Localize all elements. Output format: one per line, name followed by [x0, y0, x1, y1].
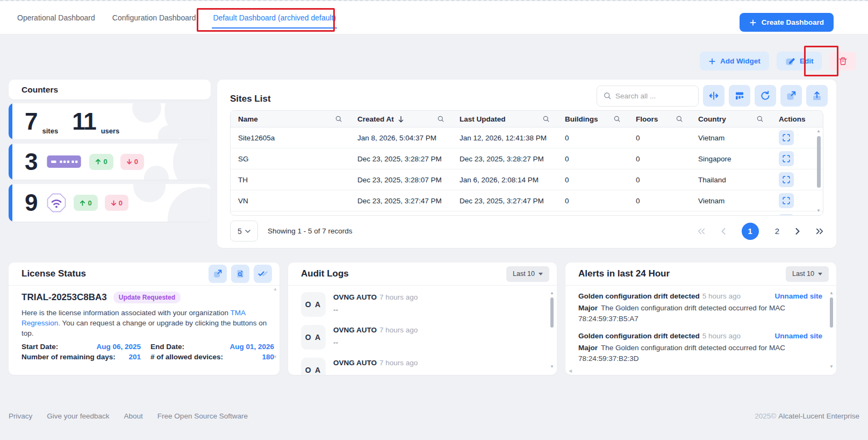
license-open-button[interactable]	[209, 265, 227, 283]
search-icon[interactable]	[756, 115, 764, 123]
edit-button[interactable]: Edit	[777, 52, 822, 70]
footer-link-privacy[interactable]: Privacy	[9, 412, 32, 420]
search-icon[interactable]	[335, 115, 342, 123]
list-item[interactable]: Golden configuration drift detected 5 ho…	[578, 292, 822, 324]
column-header-name[interactable]: Name	[231, 115, 350, 123]
scroll-down-icon[interactable]: ▼	[550, 364, 554, 370]
decor-circle	[158, 125, 180, 139]
column-header-country[interactable]: Country	[691, 115, 771, 123]
expand-site-button[interactable]	[779, 214, 794, 216]
column-header-last-updated[interactable]: Last Updated	[452, 115, 557, 123]
scroll-down-icon[interactable]: ▼	[273, 354, 277, 359]
scroll-down-icon[interactable]: ▼	[816, 208, 821, 214]
search-icon	[603, 91, 612, 100]
table-row[interactable]: VN Dec 23, 2025, 3:27:47 PM Dec 23, 2025…	[231, 190, 823, 211]
arrow-down-icon	[111, 200, 117, 206]
search-icon[interactable]	[542, 115, 550, 123]
audit-detail: --	[333, 371, 418, 375]
list-item[interactable]: O A OVNG AUTO7 hours ago --	[301, 358, 545, 375]
cell-name: TH	[231, 176, 350, 184]
scroll-left-icon[interactable]: ◀	[569, 368, 572, 373]
alerts-vertical-scrollbar[interactable]: ▲ ▼	[829, 290, 834, 370]
cell-last-updated: Jan 6, 2026, 2:08:14 PM	[452, 176, 557, 184]
tab-operational-dashboard[interactable]: Operational Dashboard	[9, 1, 104, 34]
open-external-button[interactable]	[780, 85, 802, 107]
expand-site-button[interactable]	[779, 130, 794, 145]
scroll-down-icon[interactable]: ▼	[829, 364, 834, 370]
license-stats: Start Date:Aug 06, 2025 End Date:Aug 01,…	[21, 343, 267, 361]
license-review-button[interactable]	[231, 265, 249, 283]
column-header-buildings[interactable]: Buildings	[557, 115, 628, 123]
table-row[interactable]: TH Dec 23, 2025, 3:28:07 PM Jan 6, 2026,…	[231, 169, 823, 190]
sites-list-title: Sites List	[230, 94, 271, 104]
search-icon[interactable]	[437, 115, 444, 123]
alerts-filter-dropdown[interactable]: Last 10	[786, 266, 829, 282]
scroll-up-icon[interactable]: ▲	[273, 287, 277, 292]
tab-default-dashboard[interactable]: Default Dashboard (archived default)	[204, 1, 345, 34]
page-size-select[interactable]: 5	[230, 221, 258, 242]
table-row-partial[interactable]	[231, 211, 823, 216]
previous-page-button[interactable]	[721, 228, 726, 235]
audit-filter-dropdown[interactable]: Last 10	[506, 266, 549, 282]
create-dashboard-button[interactable]: Create Dashboard	[740, 13, 834, 32]
counter-card-switches[interactable]: 3 0 0	[9, 144, 211, 180]
alert-time: 5 hours ago	[702, 292, 741, 300]
caret-down-icon	[818, 273, 822, 275]
table-row[interactable]: SG Dec 23, 2025, 3:28:27 PM Dec 23, 2025…	[231, 148, 823, 169]
expand-site-button[interactable]	[779, 151, 794, 166]
footer-link-foss[interactable]: Free Open Source Software	[157, 412, 248, 420]
footer-link-about[interactable]: About	[124, 412, 143, 420]
alert-site-link[interactable]: Unnamed site	[774, 292, 822, 300]
table-row[interactable]: Site12605a Jan 8, 2026, 5:04:37 PM Jan 1…	[231, 127, 823, 148]
expand-site-button[interactable]	[779, 172, 794, 187]
audit-vertical-scrollbar[interactable]: ▲ ▼	[550, 290, 554, 370]
search-icon[interactable]	[613, 115, 621, 123]
scroll-up-icon[interactable]: ▲	[816, 129, 821, 134]
alerts-title: Alerts in last 24 Hour	[578, 268, 670, 279]
decor-circle	[133, 184, 166, 202]
wifi-ap-icon	[46, 192, 67, 214]
list-item[interactable]: Golden configuration drift detected 5 ho…	[578, 332, 822, 364]
next-page-button[interactable]	[795, 228, 800, 235]
fit-columns-button[interactable]	[703, 85, 724, 107]
list-item[interactable]: O A OVNG AUTO7 hours ago --	[301, 292, 545, 317]
export-button[interactable]	[806, 85, 828, 107]
cell-last-updated: Dec 23, 2025, 3:28:27 PM	[452, 155, 557, 163]
page-2-button[interactable]: 2	[775, 226, 779, 236]
pencil-icon	[785, 56, 795, 66]
refresh-button[interactable]	[755, 85, 776, 107]
sites-search-input[interactable]	[615, 92, 692, 100]
delete-dashboard-button[interactable]	[829, 52, 856, 70]
last-page-button[interactable]	[816, 228, 823, 235]
plus-icon	[749, 19, 757, 26]
scrollbar-thumb[interactable]	[830, 297, 833, 328]
chevron-down-icon	[245, 230, 250, 233]
counter-card-sites-users[interactable]: 7 sites 11 users	[9, 103, 211, 139]
columns-icon	[734, 90, 745, 101]
page-1-button[interactable]: 1	[742, 223, 759, 240]
table-vertical-scrollbar[interactable]: ▲ ▼	[815, 129, 822, 214]
first-page-button[interactable]	[698, 228, 705, 235]
license-approve-button[interactable]	[254, 265, 272, 283]
scrollbar-thumb[interactable]	[550, 297, 554, 328]
expand-site-button[interactable]	[779, 193, 794, 208]
list-item[interactable]: O A OVNG AUTO7 hours ago --	[301, 325, 545, 350]
scrollbar-thumb[interactable]	[817, 136, 821, 188]
cell-floors: 0	[628, 134, 691, 142]
sites-list-widget: Sites List	[217, 80, 836, 248]
column-header-floors[interactable]: Floors	[628, 115, 691, 123]
expand-icon	[781, 133, 791, 143]
search-icon[interactable]	[676, 115, 683, 123]
alert-site-link[interactable]: Unnamed site	[774, 332, 822, 340]
column-header-created-at[interactable]: Created At	[350, 115, 452, 123]
scroll-up-icon[interactable]: ▲	[829, 290, 834, 296]
columns-button[interactable]	[729, 85, 750, 107]
tab-configuration-dashboard[interactable]: Configuration Dashboard	[104, 1, 205, 34]
add-widget-button[interactable]: Add Widget	[700, 52, 769, 70]
sites-search-box[interactable]	[597, 86, 699, 107]
footer-link-feedback[interactable]: Give your feedback	[47, 412, 109, 420]
sites-table-footer: 5 Showing 1 - 5 of 7 records 1 2	[230, 221, 823, 242]
scroll-up-icon[interactable]: ▲	[550, 290, 554, 296]
sort-descending-icon[interactable]	[398, 116, 404, 123]
counter-card-access-points[interactable]: 9 0 0	[9, 184, 211, 222]
